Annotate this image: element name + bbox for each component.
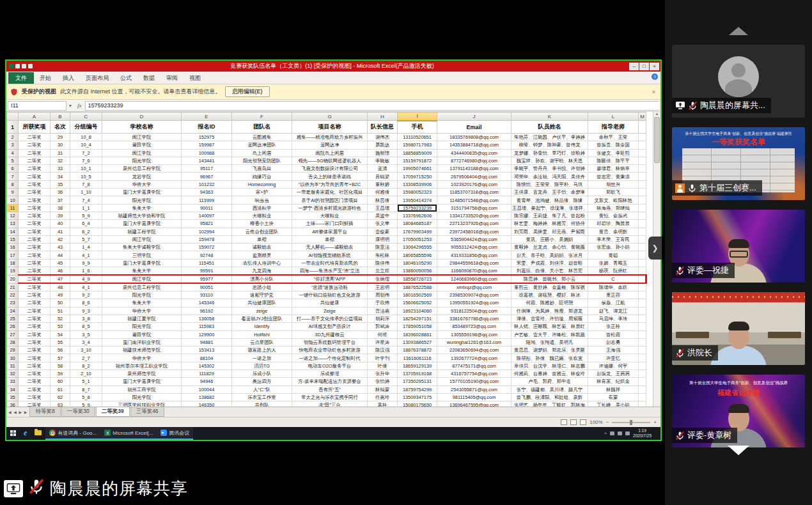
cell[interactable]: 阳光学院 (102, 393, 182, 401)
cell[interactable]: 厦门大学嘉庚学院 (102, 259, 182, 267)
sheet-header-cell[interactable]: 队长信息 (368, 121, 398, 134)
table-row[interactable]: 22二等奖499_2阳光学院93110速船守护党一键什锦口袋福红色文化旅游周朝伟… (7, 291, 646, 299)
cell[interactable]: 李晓敏 (368, 157, 398, 164)
table-row[interactable]: 20二等奖474_9闽江学院95977漂亮小分队“你好漂亮”APP张炳儒1855… (7, 275, 646, 283)
table-row[interactable]: 26二等奖538_5阳光学院115983IdentifyAI球感文创产品设计郭斌… (7, 323, 646, 330)
cell[interactable]: 18858859009 (398, 149, 437, 157)
cell[interactable]: 彭志勇 (588, 338, 639, 346)
cell[interactable]: 二等奖 (19, 323, 51, 330)
undo-icon[interactable] (22, 64, 26, 68)
cell[interactable]: 黄巩、庄丽小、吴婉娟 (511, 235, 588, 243)
cell[interactable]: 莆田学院 (102, 330, 182, 338)
cell[interactable]: 诚毅助农 (232, 244, 292, 251)
cell[interactable]: 93110 (182, 291, 232, 299)
cell[interactable]: 求“田”三合 (292, 401, 368, 407)
cell[interactable]: 17859051058 (398, 323, 437, 330)
sheet-tab-二等奖39[interactable]: 二等奖39 (96, 407, 130, 417)
cell[interactable]: 土味——家门口到鲜摘 (292, 220, 368, 228)
cell[interactable]: 阳光学院 (102, 291, 182, 299)
taskbar-meeting[interactable]: 腾讯会议 (157, 427, 193, 440)
spreadsheet-grid[interactable]: ABCDEFGHIJKLM1所获奖项名次分组编号学校名称报名ID团队名项目名称队… (6, 112, 660, 407)
cell[interactable]: 15080175650 (398, 401, 437, 407)
row-header-14[interactable]: 14 (7, 228, 19, 235)
row-header-36[interactable]: 36 (7, 401, 19, 407)
ribbon-tab-1[interactable]: 开始 (34, 72, 57, 84)
cell[interactable]: 145302 (182, 362, 232, 369)
cell[interactable]: 李晓宇、管丹丹、李书悦、许智婷 (511, 165, 588, 173)
cell[interactable]: 共仙健康团队 (232, 299, 292, 307)
cell[interactable]: 厦门南洋职业学院 (102, 338, 182, 346)
cell[interactable]: 18335769808@qq.com (437, 134, 511, 141)
cell[interactable]: 18065855596 (398, 251, 437, 259)
cell[interactable]: 马启坤、李琦 (588, 315, 639, 322)
column-header-H[interactable]: H (368, 113, 398, 121)
cell[interactable]: 33816767786@qq.com (437, 315, 511, 322)
row-header-35[interactable]: 35 (7, 393, 19, 401)
cell[interactable]: 17050051253 (398, 235, 437, 243)
cell[interactable]: 郑歌飞 (588, 189, 639, 196)
cell[interactable]: 王海强 (588, 346, 639, 354)
ribbon-tab-5[interactable]: 数据 (137, 72, 160, 84)
cell[interactable]: 94881 (182, 338, 232, 346)
row-header-19[interactable]: 19 (7, 267, 19, 276)
cell[interactable]: 94946 (182, 378, 232, 385)
cell[interactable]: 18876378872 (398, 346, 437, 354)
cell[interactable]: 看蓝福JYJ创业团队 (232, 315, 292, 322)
row-header-1[interactable]: 1 (7, 121, 19, 134)
cell[interactable]: 95977 (182, 275, 232, 283)
cell[interactable]: 徐嘉祺、谢筱慧、樱好、林冰 (511, 291, 588, 299)
cell[interactable]: 西浦耘学 (232, 204, 292, 212)
cell[interactable]: 张升华 (368, 370, 398, 378)
scroll-up-icon[interactable]: ▲ (655, 112, 659, 116)
cell[interactable]: 10_8 (70, 134, 102, 141)
cell[interactable]: 蓝网达净团队 (232, 141, 292, 149)
cell[interactable]: 13705919168 (398, 370, 437, 378)
cell[interactable]: 19905074661 (398, 165, 437, 173)
cell[interactable]: 福建师范大学协和学院 (102, 212, 182, 219)
help-icon[interactable]: ? (652, 74, 658, 80)
cell[interactable]: 卢艺敏、雷大平、许绛松、林凯题 (511, 330, 588, 338)
cell[interactable]: 60 (51, 378, 70, 385)
cell[interactable]: 无人酵机——诚毅助农 (292, 244, 368, 251)
cell[interactable]: 2679506404@qq.com (437, 173, 511, 180)
table-row[interactable]: 14二等奖416_2福建工程学院102994云焦合创业团队AR整体家居平台雷俊豪… (7, 228, 646, 235)
cell[interactable]: 童正容 (588, 291, 639, 299)
sidebar-collapse-handle[interactable]: ❯ (648, 237, 662, 260)
cell[interactable]: 23985309074@qq.com (437, 291, 511, 299)
cell[interactable]: 11485071548@qq.com (437, 196, 511, 204)
cell[interactable]: 13308539906 (398, 180, 437, 188)
column-header-K[interactable]: K (511, 113, 588, 121)
cell[interactable]: 57 (51, 354, 70, 362)
cell[interactable]: 杨茯、阮侨红 (588, 267, 639, 276)
worksheet-table[interactable]: ABCDEFGHIJKLM1所获奖项名次分组编号学校名称报名ID团队名项目名称队… (6, 112, 647, 407)
cell[interactable]: 二等奖 (19, 370, 51, 378)
cell[interactable]: 13093886527 (398, 338, 437, 346)
cell[interactable]: 40 (51, 220, 70, 228)
cell[interactable]: 集美大学诚毅学院 (102, 244, 182, 251)
cell[interactable]: 致富路上的人 (232, 346, 292, 354)
table-row[interactable]: 18二等奖459_9厦门大学嘉庚学院115451农弘传人培训中心一带农业时代培育… (7, 259, 646, 267)
cell[interactable]: 44 (51, 251, 70, 259)
cell[interactable]: 8_2 (70, 362, 102, 369)
cell[interactable]: 51 (51, 307, 70, 315)
cell[interactable]: 8_7 (70, 385, 102, 393)
cell[interactable]: 赵飞、谭龙江 (588, 307, 639, 315)
table-row[interactable]: 32二等奖592_10泉州师范学院111829乐成小队乐成整理张升华137059… (7, 370, 646, 378)
sheet-nav-arrows[interactable]: ◀ ◀ ▶ ▶ (8, 410, 27, 414)
cell[interactable]: 侯磊、江航 (588, 299, 639, 307)
cell[interactable]: 集美大学 (102, 299, 182, 307)
cell[interactable]: 6_2 (70, 228, 102, 235)
cell[interactable]: 43 (51, 244, 70, 251)
cell[interactable]: 王昌瑞 (368, 204, 398, 212)
cell[interactable]: 3_8 (70, 315, 102, 322)
cell[interactable]: 18759754299 (398, 385, 437, 393)
cell[interactable]: 四海——集渔水产互“渔”立法 (292, 267, 368, 276)
table-row[interactable]: 17二等奖444_1三明学院92748监测精灵AI智能视觉辅助系统朱松林1806… (7, 251, 646, 259)
cell[interactable]: 二等奖 (19, 393, 51, 401)
cell[interactable]: 文新文、欧阳林艳 (588, 196, 639, 204)
cell[interactable]: 彭振龙、王茜茜 (588, 370, 639, 378)
cell[interactable]: 58 (51, 362, 70, 369)
cell[interactable]: 林海燕、郑继灿 (588, 204, 639, 212)
cell[interactable]: 1_6 (70, 267, 102, 276)
cell[interactable]: 陈思婷、曾晓韩、郑小云 (511, 275, 588, 283)
